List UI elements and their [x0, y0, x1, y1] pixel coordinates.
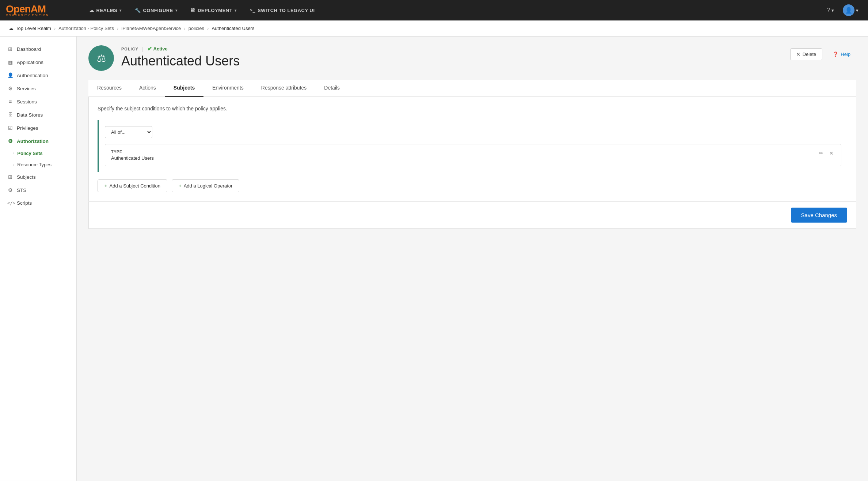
policy-icon: ⚖ — [88, 45, 114, 71]
breadcrumb-policies[interactable]: policies — [189, 26, 204, 31]
sidebar-item-data-stores[interactable]: 🗄 Data Stores — [0, 108, 76, 121]
logo-text: OpenAM — [6, 3, 46, 15]
help-button[interactable]: ❓ Help — [827, 49, 856, 60]
delete-button[interactable]: ✕ Delete — [790, 48, 823, 60]
breadcrumb: ☁ Top Level Realm › Authorization - Poli… — [0, 20, 868, 37]
nav-legacy-label: SWITCH TO LEGACY UI — [258, 8, 315, 13]
add-logical-operator-button[interactable]: + Add a Logical Operator — [172, 179, 239, 192]
authorization-icon: ⚙ — [7, 138, 13, 144]
subjects-panel: Specify the subject conditions to which … — [88, 97, 856, 201]
policy-title-area: POLICY | ✔ Active Authenticated Users — [121, 45, 783, 68]
condition-card-actions: ✏ ✕ — [818, 149, 835, 157]
policy-tabs: Resources Actions Subjects Environments … — [88, 80, 856, 97]
sidebar-label-applications: Applications — [17, 60, 43, 65]
help-label: Help — [841, 52, 850, 57]
subjects-description: Specify the subject conditions to which … — [98, 106, 847, 111]
chevron-right-icon: › — [13, 151, 14, 155]
tab-resources[interactable]: Resources — [88, 80, 130, 97]
authentication-icon: 👤 — [7, 72, 13, 78]
tab-environments[interactable]: Environments — [203, 80, 252, 97]
chevron-right-icon-2: › — [13, 163, 14, 167]
sidebar-label-data-stores: Data Stores — [17, 112, 43, 118]
sidebar-item-authentication[interactable]: 👤 Authentication — [0, 69, 76, 82]
nav-configure-label: CONFIGURE — [143, 8, 173, 13]
privileges-icon: ☑ — [7, 125, 13, 131]
sidebar-item-dashboard[interactable]: ⊞ Dashboard — [0, 42, 76, 56]
nav-realms-label: REALMS — [96, 8, 118, 13]
breadcrumb-service[interactable]: iPlanetAMWebAgentService — [121, 26, 181, 31]
services-icon: ⚙ — [7, 86, 13, 91]
dashboard-icon: ⊞ — [7, 46, 13, 52]
logo[interactable]: OpenAM COMMUNITY EDITION — [6, 4, 83, 17]
policy-name: Authenticated Users — [121, 54, 783, 68]
sidebar-item-privileges[interactable]: ☑ Privileges — [0, 121, 76, 135]
delete-label: Delete — [803, 52, 816, 57]
sessions-icon: ≡ — [7, 99, 13, 105]
applications-icon: ▦ — [7, 59, 13, 65]
sidebar-label-resource-types: Resource Types — [17, 162, 52, 167]
edit-condition-button[interactable]: ✏ — [818, 149, 825, 157]
avatar: 👤 — [843, 4, 854, 16]
breadcrumb-sep-3: › — [184, 26, 185, 31]
user-nav-btn[interactable]: 👤 ▾ — [839, 0, 862, 20]
policy-status: ✔ Active — [147, 45, 168, 52]
add-subject-condition-button[interactable]: + Add a Subject Condition — [98, 179, 167, 192]
sidebar-item-subjects[interactable]: ⊞ Subjects — [0, 170, 76, 183]
question-circle-icon: ❓ — [833, 52, 838, 57]
sidebar-label-policy-sets: Policy Sets — [17, 151, 42, 156]
sidebar-item-services[interactable]: ⚙ Services — [0, 82, 76, 95]
sidebar-label-sessions: Sessions — [17, 99, 37, 105]
sidebar-label-scripts: Scripts — [17, 200, 32, 206]
condition-select-row: All of... Any of... None of... — [105, 126, 841, 138]
tab-actions[interactable]: Actions — [130, 80, 165, 97]
remove-condition-button[interactable]: ✕ — [828, 149, 835, 157]
breadcrumb-policy-sets[interactable]: Authorization - Policy Sets — [58, 26, 114, 31]
logo-sub: COMMUNITY EDITION — [6, 14, 49, 17]
realm-text: Top Level Realm — [16, 26, 51, 31]
breadcrumb-sep-1: › — [54, 26, 56, 31]
sidebar-label-authentication: Authentication — [17, 73, 48, 78]
nav-realms[interactable]: ☁ REALMS ▾ — [83, 0, 128, 20]
save-changes-button[interactable]: Save Changes — [791, 208, 847, 223]
sidebar-label-privileges: Privileges — [17, 125, 38, 131]
scripts-icon: </> — [7, 201, 13, 206]
help-nav-btn[interactable]: ? ▾ — [823, 0, 838, 20]
subjects-icon: ⊞ — [7, 174, 13, 180]
chevron-down-icon-2: ▾ — [175, 8, 178, 12]
plus-icon: + — [104, 183, 107, 189]
gavel-icon: ⚖ — [97, 52, 106, 64]
tab-details[interactable]: Details — [315, 80, 349, 97]
top-nav: OpenAM COMMUNITY EDITION ☁ REALMS ▾ 🔧 CO… — [0, 0, 868, 20]
breadcrumb-current: Authenticated Users — [212, 26, 254, 31]
tab-subjects[interactable]: Subjects — [165, 80, 203, 97]
sidebar-label-dashboard: Dashboard — [17, 46, 41, 52]
nav-right: ? ▾ 👤 ▾ — [823, 0, 862, 20]
wrench-icon: 🔧 — [135, 8, 141, 13]
all-of-select[interactable]: All of... Any of... None of... — [105, 126, 152, 138]
nav-deployment[interactable]: 🏛 DEPLOYMENT ▾ — [184, 0, 243, 20]
terminal-icon: >_ — [250, 8, 255, 13]
sidebar-item-authorization[interactable]: ⚙ Authorization — [0, 135, 76, 148]
cloud-icon: ☁ — [89, 8, 94, 13]
times-icon: ✕ — [796, 52, 800, 57]
tab-response-attributes[interactable]: Response attributes — [252, 80, 316, 97]
sidebar-item-scripts[interactable]: </> Scripts — [0, 197, 76, 209]
nav-configure[interactable]: 🔧 CONFIGURE ▾ — [128, 0, 184, 20]
chevron-down-icon-3: ▾ — [235, 8, 237, 12]
condition-type-value: Authenticated Users — [111, 155, 818, 161]
nav-deployment-label: DEPLOYMENT — [198, 8, 232, 13]
sidebar-item-applications[interactable]: ▦ Applications — [0, 56, 76, 69]
condition-card: Type Authenticated Users ✏ ✕ — [105, 144, 841, 166]
sidebar-item-sts[interactable]: ⚙ STS — [0, 183, 76, 197]
active-status-icon: ✔ — [147, 45, 152, 52]
sidebar-item-sessions[interactable]: ≡ Sessions — [0, 95, 76, 108]
nav-legacy-ui[interactable]: >_ SWITCH TO LEGACY UI — [243, 0, 321, 20]
policy-header: ⚖ POLICY | ✔ Active Authenticated Users … — [88, 45, 856, 71]
policy-status-text: Active — [153, 46, 168, 52]
sts-icon: ⚙ — [7, 187, 13, 193]
chevron-down-icon-5: ▾ — [856, 8, 859, 13]
sidebar-sub-resource-types[interactable]: › Resource Types — [13, 159, 76, 170]
deployment-icon: 🏛 — [190, 8, 195, 13]
sidebar-label-services: Services — [17, 86, 36, 91]
sidebar-sub-policy-sets[interactable]: › Policy Sets — [13, 148, 76, 159]
